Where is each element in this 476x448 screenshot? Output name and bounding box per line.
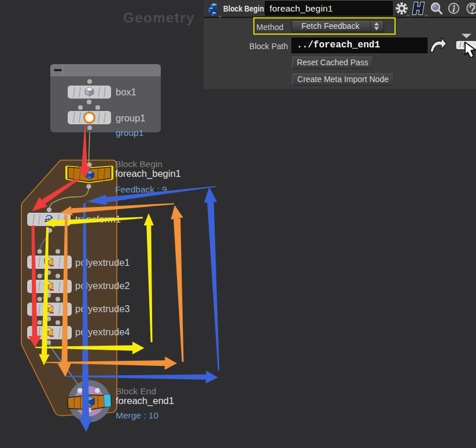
svg-text:group1: group1 (116, 128, 143, 138)
svg-text:Merge : 10: Merge : 10 (116, 410, 158, 420)
svg-text:foreach_begin1: foreach_begin1 (115, 168, 181, 179)
svg-text:foreach_end1: foreach_end1 (116, 395, 174, 406)
svg-text:Block End: Block End (116, 386, 156, 396)
svg-text:group1: group1 (116, 113, 145, 123)
svg-text:box1: box1 (116, 87, 136, 97)
svg-text:Block Begin: Block Begin (115, 159, 163, 169)
